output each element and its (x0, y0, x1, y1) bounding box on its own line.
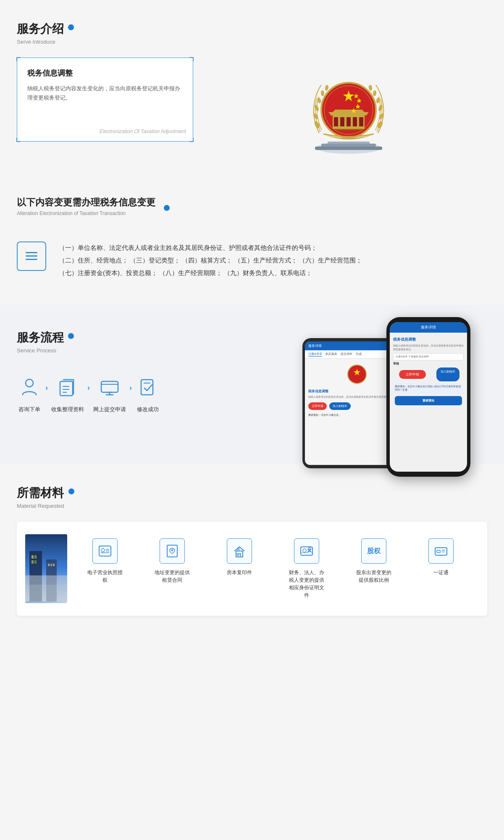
step-done-icon (135, 375, 160, 400)
material-item-6: 一证通 (422, 538, 460, 576)
step-collect-label: 收集整理资料 (51, 406, 84, 413)
tablet-btn-cart[interactable]: 加入购物车 (329, 402, 351, 410)
section1-title-en: Serve Introduce (17, 39, 64, 45)
material-item-2: 地址变更的提供租赁合同 (153, 538, 191, 584)
svg-point-5 (320, 90, 324, 97)
section-serve-introduce: 服务介绍 Serve Introduce 税务信息调整 纳税人税务登记内容发生变… (0, 0, 504, 171)
material-item-3: 房 屋证 房本复印件 (220, 538, 258, 576)
svg-rect-43 (101, 381, 118, 392)
svg-point-9 (378, 104, 383, 112)
card-corner-tr (189, 57, 194, 61)
card-corner-tl (16, 57, 21, 61)
svg-point-65 (101, 549, 105, 552)
phone-mockup: 服务详情 税务信息调整 纳税人税务登记内容发生变化的，应当向原税务登记机关申报办… (386, 317, 470, 477)
section1-header: 服务介绍 Serve Introduce (17, 21, 487, 45)
svg-rect-60 (48, 564, 50, 566)
step-done: 修改成功 (135, 375, 160, 413)
svg-rect-24 (335, 110, 362, 112)
svg-text:房: 房 (236, 547, 240, 551)
tablet-nav-purchase: 购买服务 (326, 352, 337, 357)
section4-title-zh: 所需材料 (17, 485, 64, 501)
alteration-body: （一）单位名称、法定代表人或者业主姓名及其居民身份证、护照或者其他合法证件的号码… (17, 233, 487, 288)
step-submit-icon (97, 375, 122, 400)
phone-section-label: 审核 (393, 362, 464, 366)
phone-service-desc: 纳税人税务登记内容发生变化的，应当向原税务登记机关申报办理变更税务登记。 (393, 344, 464, 352)
section3-title-en: Service Process (17, 347, 64, 354)
section-process: 服务流程 Service Process 咨询下单 › (0, 304, 504, 464)
svg-rect-58 (34, 560, 37, 564)
material-item-4: 财务、法人、办税人变更的提供相应身份证明文件 (288, 538, 326, 599)
svg-marker-22 (328, 112, 369, 116)
material-icon-3: 房 屋证 (227, 538, 252, 564)
material-label-3: 房本复印件 (227, 569, 252, 576)
card-corner-bl (16, 138, 21, 142)
materials-items: 电子营业执照授权 地址变更的提供租赁合同 (67, 534, 479, 603)
list-icon (17, 242, 46, 271)
tablet-btn-apply[interactable]: 立即申报 (308, 402, 327, 410)
alteration-title-en: Alteration Electronization of Taxation T… (17, 210, 155, 216)
svg-rect-26 (335, 129, 362, 130)
section-materials: 所需材料 Material Requested (0, 464, 504, 641)
phone-notice-box: 重磅通知：北京中小微企业口贷款+送出口可5月免利率提倡同同一证通 (393, 383, 464, 394)
card-en-label: Electronization Of Taxation Adjustment (100, 129, 186, 134)
svg-rect-21 (359, 117, 363, 126)
service-intro-content: 税务信息调整 纳税人税务登记内容发生变化的，应当向原税务登记机关申报办理变更税务… (17, 58, 487, 154)
step-done-label: 修改成功 (137, 406, 159, 413)
phone-screen-title: 税务信息调整 (393, 337, 464, 342)
phone-btn-apply[interactable]: 立即申报 (399, 370, 426, 379)
tablet-nav-submit: 提交资料 (341, 352, 352, 357)
alteration-title-zh: 以下内容变更需办理税务信息变更 (17, 197, 155, 207)
svg-point-11 (373, 90, 376, 97)
materials-building-photo (25, 534, 67, 603)
svg-rect-48 (141, 380, 153, 395)
alteration-text: （一）单位名称、法定代表人或者业主姓名及其居民身份证、护照或者其他合法证件的号码… (59, 242, 362, 279)
svg-rect-18 (340, 117, 344, 126)
step-consult-label: 咨询下单 (18, 406, 40, 413)
step-consult-icon (17, 375, 42, 400)
step-collect-icon (55, 375, 80, 400)
svg-rect-25 (333, 127, 365, 129)
material-label-5: 股东出资变更的提供股权比例 (355, 569, 393, 584)
card-title: 税务信息调整 (27, 68, 183, 78)
alteration-header: 以下内容变更需办理税务信息变更 Alteration Electronizati… (17, 196, 487, 216)
section1-blue-dot (68, 24, 74, 30)
svg-rect-39 (60, 381, 73, 396)
national-emblem (307, 66, 391, 154)
svg-point-71 (171, 549, 173, 551)
material-icon-6 (428, 538, 454, 564)
svg-rect-34 (315, 147, 382, 150)
svg-rect-83 (437, 550, 440, 553)
material-icon-5: 股权 (361, 538, 386, 564)
tablet-nav-complete: 完成 (356, 352, 362, 357)
svg-point-81 (308, 548, 311, 550)
step-collect: 收集整理资料 (51, 375, 84, 413)
svg-rect-57 (32, 560, 34, 564)
svg-point-38 (26, 379, 33, 387)
svg-rect-20 (353, 117, 357, 126)
svg-rect-35 (26, 252, 37, 253)
svg-rect-37 (26, 259, 37, 260)
material-label-1: 电子营业执照授权 (86, 569, 124, 584)
phone-notification: 重磅通知 (395, 396, 462, 405)
phone-screen: 服务详情 税务信息调整 纳税人税务登记内容发生变化的，应当向原税务登记机关申报办… (390, 322, 467, 472)
material-icon-4 (294, 538, 319, 564)
step-consult: 咨询下单 (17, 375, 42, 413)
card-desc: 纳税人税务登记内容发生变化的，应当向原税务登记机关申报办理变更税务登记。 (27, 84, 183, 102)
section4-header: 所需材料 Material Requested (17, 485, 487, 509)
svg-point-77 (303, 549, 306, 552)
material-label-6: 一证通 (433, 569, 449, 576)
svg-rect-56 (34, 555, 37, 559)
section4-title-en: Material Requested (17, 503, 64, 509)
material-item-1: 电子营业执照授权 (86, 538, 124, 584)
section3-title-zh: 服务流程 (17, 330, 64, 346)
material-label-4: 财务、法人、办税人变更的提供相应身份证明文件 (288, 569, 326, 599)
step-arrow-2: › (87, 383, 90, 392)
section-alteration: 以下内容变更需办理税务信息变更 Alteration Electronizati… (0, 171, 504, 304)
phone-screen-header: 服务详情 (390, 322, 467, 333)
svg-point-12 (368, 84, 373, 91)
step-submit-label: 网上提交申请 (93, 406, 126, 413)
phone-action-btns: 立即申报 加入购物车 (393, 368, 464, 381)
phone-btn-cart[interactable]: 加入购物车 (436, 368, 459, 381)
process-steps: 咨询下单 › 收集整理资料 › (17, 375, 206, 413)
svg-rect-62 (53, 564, 55, 566)
